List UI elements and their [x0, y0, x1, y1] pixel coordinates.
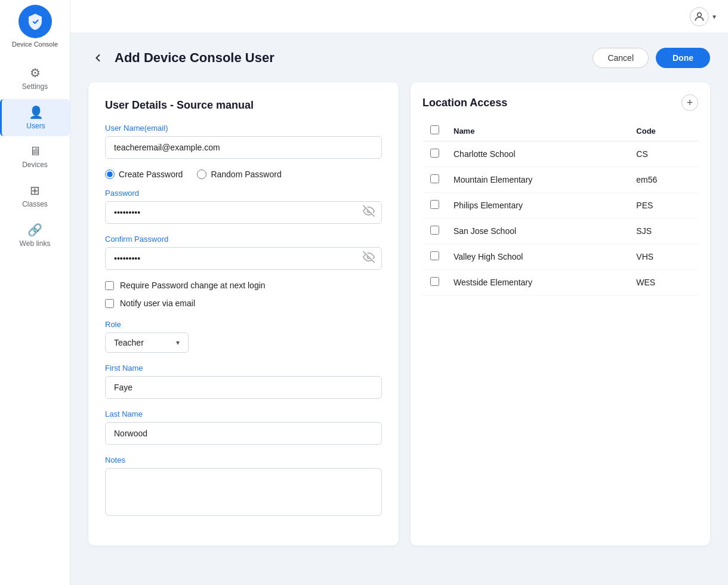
page-header-actions: Cancel Done	[593, 48, 710, 68]
add-location-button[interactable]: +	[681, 94, 698, 111]
location-table: Name Code Charlotte School CS Mountain E…	[422, 121, 698, 295]
location-row-checkbox[interactable]	[430, 226, 439, 235]
location-row-code: CS	[629, 141, 698, 167]
location-row-checkbox-cell	[422, 193, 446, 218]
require-password-change-row[interactable]: Require Password change at next login	[105, 281, 382, 290]
user-details-title: User Details - Source manual	[105, 99, 382, 112]
first-name-label: First Name	[105, 364, 382, 372]
topbar-user[interactable]: ▾	[690, 7, 716, 26]
weblinks-icon: 🔗	[27, 223, 42, 237]
sidebar-item-classes[interactable]: ⊞ Classes	[0, 177, 70, 214]
location-name-header: Name	[446, 121, 629, 141]
location-row-name: Valley High School	[446, 244, 629, 270]
sidebar-item-devices[interactable]: 🖥 Devices	[0, 138, 70, 175]
location-row-code: SJS	[629, 218, 698, 244]
right-panel: Location Access + Name Code	[411, 82, 710, 546]
select-all-checkbox[interactable]	[430, 125, 439, 134]
location-row-name: Mountain Elementary	[446, 167, 629, 193]
page-header: Add Device Console User Cancel Done	[88, 48, 710, 68]
location-table-row: Valley High School VHS	[422, 244, 698, 270]
create-password-label: Create Password	[119, 170, 183, 179]
confirm-password-input[interactable]	[105, 247, 382, 270]
cancel-button[interactable]: Cancel	[593, 48, 649, 68]
location-row-name: Philips Elementary	[446, 193, 629, 218]
topbar: ▾	[70, 0, 728, 33]
form-layout: User Details - Source manual User Name(e…	[88, 82, 710, 546]
location-row-checkbox[interactable]	[430, 174, 439, 183]
notes-field-group: Notes	[105, 455, 382, 518]
confirm-password-wrapper	[105, 247, 382, 270]
location-row-code: WES	[629, 270, 698, 295]
sidebar-item-weblinks-label: Web links	[20, 239, 51, 248]
app-logo	[18, 5, 52, 38]
location-row-name: Charlotte School	[446, 141, 629, 167]
location-row-checkbox[interactable]	[430, 277, 439, 286]
location-code-header: Code	[629, 121, 698, 141]
eye-toggle-icon[interactable]	[363, 205, 375, 220]
done-button[interactable]: Done	[656, 48, 710, 68]
plus-icon: +	[687, 97, 693, 109]
page-header-left: Add Device Console User	[88, 48, 274, 67]
confirm-eye-toggle-icon[interactable]	[363, 251, 375, 266]
location-row-checkbox-cell	[422, 141, 446, 167]
location-row-name: Westside Elementary	[446, 270, 629, 295]
username-input[interactable]	[105, 136, 382, 159]
last-name-input[interactable]	[105, 422, 382, 445]
app-name: Device Console	[12, 41, 58, 48]
location-row-code: VHS	[629, 244, 698, 270]
create-password-radio[interactable]	[105, 170, 115, 179]
back-button[interactable]	[88, 48, 107, 67]
require-password-change-checkbox[interactable]	[105, 281, 114, 290]
location-row-checkbox[interactable]	[430, 200, 439, 209]
sidebar-item-weblinks[interactable]: 🔗 Web links	[0, 217, 70, 254]
location-table-row: Charlotte School CS	[422, 141, 698, 167]
location-row-checkbox[interactable]	[430, 251, 439, 260]
location-row-code: PES	[629, 193, 698, 218]
password-toggle-row: Create Password Random Password	[105, 170, 382, 179]
password-input[interactable]	[105, 201, 382, 224]
location-table-row: Westside Elementary WES	[422, 270, 698, 295]
content-area: Add Device Console User Cancel Done User…	[70, 33, 728, 585]
first-name-field-group: First Name	[105, 364, 382, 399]
location-row-code: em56	[629, 167, 698, 193]
last-name-label: Last Name	[105, 410, 382, 418]
main-area: ▾ Add Device Console User Cancel Done	[70, 0, 728, 585]
sidebar-item-settings-label: Settings	[22, 82, 48, 91]
require-password-change-label: Require Password change at next login	[120, 281, 266, 290]
role-chevron-icon: ▾	[176, 338, 180, 347]
location-row-name: San Jose School	[446, 218, 629, 244]
location-row-checkbox-cell	[422, 270, 446, 295]
role-value: Teacher	[114, 338, 144, 347]
avatar	[690, 7, 709, 26]
password-wrapper	[105, 201, 382, 224]
role-dropdown[interactable]: Teacher ▾	[105, 332, 189, 353]
random-password-radio[interactable]	[197, 170, 206, 179]
notes-label: Notes	[105, 455, 382, 464]
role-label: Role	[105, 320, 382, 329]
random-password-option[interactable]: Random Password	[197, 170, 281, 179]
username-field-group: User Name(email)	[105, 124, 382, 159]
sidebar-item-users[interactable]: 👤 Users	[0, 99, 70, 136]
location-row-checkbox-cell	[422, 244, 446, 270]
notes-textarea[interactable]	[105, 468, 382, 516]
location-table-row: Mountain Elementary em56	[422, 167, 698, 193]
first-name-input[interactable]	[105, 376, 382, 399]
page-title: Add Device Console User	[115, 50, 274, 66]
left-panel: User Details - Source manual User Name(e…	[88, 82, 399, 546]
sidebar: Device Console ⚙ Settings 👤 Users 🖥 Devi…	[0, 0, 70, 585]
location-row-checkbox[interactable]	[430, 149, 439, 158]
location-access-title: Location Access	[422, 97, 507, 109]
last-name-field-group: Last Name	[105, 410, 382, 445]
location-row-checkbox-cell	[422, 167, 446, 193]
notify-email-checkbox[interactable]	[105, 299, 114, 308]
notify-email-label: Notify user via email	[120, 298, 195, 308]
users-icon: 👤	[29, 105, 44, 119]
svg-point-0	[698, 13, 702, 17]
create-password-option[interactable]: Create Password	[105, 170, 183, 179]
notify-email-row[interactable]: Notify user via email	[105, 298, 382, 308]
devices-icon: 🖥	[29, 144, 41, 158]
sidebar-item-settings[interactable]: ⚙ Settings	[0, 60, 70, 97]
location-table-row: San Jose School SJS	[422, 218, 698, 244]
location-header: Location Access +	[422, 94, 698, 111]
sidebar-item-devices-label: Devices	[22, 161, 48, 169]
